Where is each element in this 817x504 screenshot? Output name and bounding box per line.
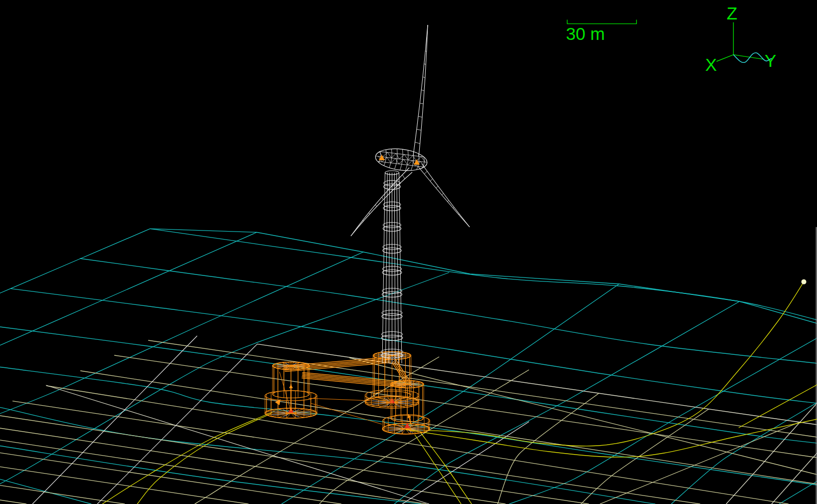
svg-text:X: X	[705, 55, 717, 74]
svg-text:Z: Z	[727, 3, 737, 23]
svg-text:30 m: 30 m	[566, 24, 605, 43]
